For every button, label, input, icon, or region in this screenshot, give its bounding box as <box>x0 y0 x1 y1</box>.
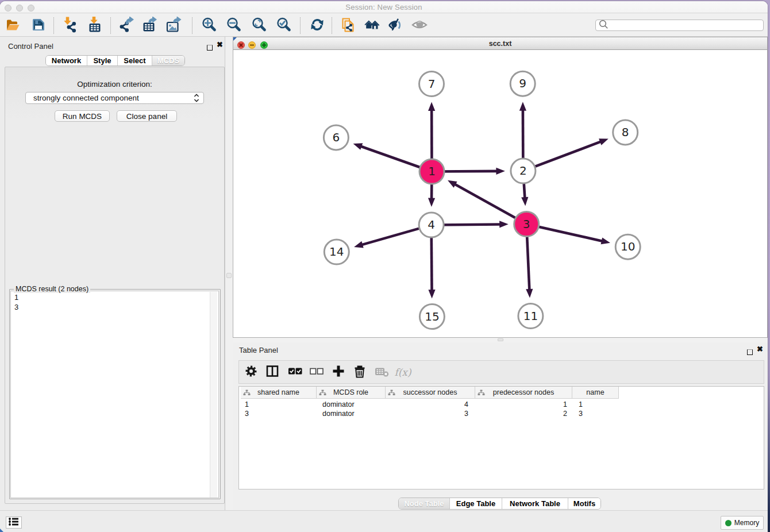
frame-corner-wedge <box>233 37 237 41</box>
graph-node-14[interactable]: 14 <box>324 240 349 264</box>
svg-text:8: 8 <box>622 125 629 139</box>
zoom-in-button[interactable] <box>201 18 218 34</box>
splitter-handle[interactable] <box>498 338 503 341</box>
graph-node-7[interactable]: 7 <box>419 72 444 97</box>
table-tab-motifs[interactable]: Motifs <box>568 498 600 509</box>
close-panel-icon[interactable]: ✖ <box>217 42 223 48</box>
memory-button[interactable]: Memory <box>721 516 764 530</box>
table-cell[interactable]: 3 <box>241 409 317 418</box>
open-session-button[interactable] <box>4 18 21 34</box>
graph-node-3[interactable]: 3 <box>514 212 539 237</box>
control-tab-network[interactable]: Network <box>46 56 87 65</box>
delete-column-button[interactable] <box>352 364 368 380</box>
zoom-fit-button[interactable] <box>251 18 268 34</box>
optimization-select[interactable]: strongly connected component <box>25 92 204 104</box>
horizontal-splitter[interactable] <box>233 338 768 342</box>
export-network-button[interactable] <box>118 18 135 34</box>
table-cell[interactable]: dominator <box>317 409 386 418</box>
import-network-icon <box>61 17 78 35</box>
float-panel-icon[interactable] <box>207 43 213 53</box>
graph-node-8[interactable]: 8 <box>613 120 638 145</box>
table-cell[interactable]: 1 <box>475 400 572 409</box>
svg-text:15: 15 <box>425 310 439 323</box>
table-tab-edge-table[interactable]: Edge Table <box>450 498 502 509</box>
columns-icon <box>264 363 280 381</box>
docs-share-icon <box>340 17 356 35</box>
search-input[interactable] <box>595 20 764 31</box>
import-table-button[interactable] <box>86 18 103 34</box>
svg-text:11: 11 <box>523 309 538 323</box>
close-panel-button[interactable]: Close panel <box>117 110 177 122</box>
network-canvas[interactable]: 1 2 3 4 6 7 8 9 10 11 14 15 <box>233 51 767 337</box>
graph-node-11[interactable]: 11 <box>518 304 543 329</box>
svg-text:7: 7 <box>428 77 436 91</box>
main-toolbar <box>0 14 768 37</box>
table-cell[interactable]: 3 <box>572 409 619 418</box>
column-header-MCDS-role[interactable]: MCDS role <box>317 387 386 399</box>
table-cell[interactable]: 1 <box>241 400 317 409</box>
select-all-button[interactable] <box>287 364 303 380</box>
hide-panel-button[interactable] <box>387 18 404 34</box>
zoom-out-button[interactable] <box>225 18 242 34</box>
export-image-button[interactable] <box>165 18 182 34</box>
splitter-handle[interactable] <box>226 273 232 278</box>
save-session-button[interactable] <box>30 18 47 34</box>
table-cell[interactable]: 1 <box>572 400 619 409</box>
graph-node-2[interactable]: 2 <box>511 159 536 183</box>
show-columns-button[interactable] <box>264 364 280 380</box>
table-close-icon[interactable]: ✖ <box>757 346 763 352</box>
import-network-button[interactable] <box>61 18 78 34</box>
control-tab-select[interactable]: Select <box>118 56 152 65</box>
deselect-all-button[interactable] <box>308 364 324 380</box>
refresh-icon <box>309 17 325 35</box>
export-network-icon <box>118 17 134 35</box>
toolbar-separator <box>110 17 111 34</box>
home-view-button[interactable] <box>363 18 380 34</box>
table-float-icon[interactable] <box>747 347 753 357</box>
control-tab-mcds[interactable]: MCDS <box>152 56 184 65</box>
plus-icon <box>330 363 346 381</box>
table-tab-node-table[interactable]: Node Table <box>399 498 450 509</box>
table-cell[interactable]: dominator <box>317 400 386 409</box>
zoom-fit-icon <box>251 17 267 35</box>
list-stack-icon <box>7 516 20 529</box>
control-panel: Control Panel ✖ NetworkStyleSelectMCDS O… <box>0 37 225 511</box>
refresh-button[interactable] <box>309 18 326 34</box>
table-panel: Table Panel ✖ f(x) shared name MCDS role… <box>233 342 768 511</box>
show-panel-button[interactable] <box>411 18 428 34</box>
table-tab-network-table[interactable]: Network Table <box>502 498 568 509</box>
graph-node-6[interactable]: 6 <box>324 125 348 150</box>
vertical-splitter[interactable] <box>225 37 233 511</box>
open-icon <box>5 17 21 35</box>
run-mcds-button[interactable]: Run MCDS <box>55 110 110 122</box>
tree-icon <box>243 390 251 398</box>
column-header-name[interactable]: name <box>572 387 619 399</box>
graph-node-15[interactable]: 15 <box>419 304 444 329</box>
network-documents-button[interactable] <box>339 18 356 34</box>
graph-node-1[interactable]: 1 <box>419 159 444 184</box>
column-header-predecessor-nodes[interactable]: predecessor nodes <box>475 387 572 399</box>
add-column-button[interactable] <box>330 364 346 380</box>
mcds-result-title: MCDS result (2 nodes) <box>14 285 90 293</box>
control-tab-style[interactable]: Style <box>87 56 118 65</box>
table-cell[interactable]: 3 <box>386 409 475 418</box>
column-header-successor-nodes[interactable]: successor nodes <box>386 387 475 399</box>
graph-node-4[interactable]: 4 <box>419 213 444 237</box>
column-header-shared-name[interactable]: shared name <box>241 387 317 399</box>
graph-node-10[interactable]: 10 <box>615 234 640 259</box>
svg-text:6: 6 <box>333 130 340 144</box>
zoom-selected-button[interactable] <box>275 18 292 34</box>
window-title: Session: New Session <box>0 3 768 11</box>
svg-text:14: 14 <box>329 245 344 259</box>
export-table-button[interactable] <box>141 18 158 34</box>
table-cell[interactable]: 2 <box>475 409 572 418</box>
search-icon <box>599 20 609 32</box>
tree-icon <box>388 390 395 398</box>
graph-node-9[interactable]: 9 <box>510 71 535 96</box>
task-history-button[interactable] <box>6 516 22 529</box>
result-scrollbar[interactable] <box>210 292 217 498</box>
control-panel-tabs: NetworkStyleSelectMCDS <box>45 55 185 66</box>
table-options-button[interactable] <box>243 364 259 380</box>
mcds-result-text[interactable]: 1 3 <box>10 291 219 498</box>
table-cell[interactable]: 4 <box>386 400 475 409</box>
